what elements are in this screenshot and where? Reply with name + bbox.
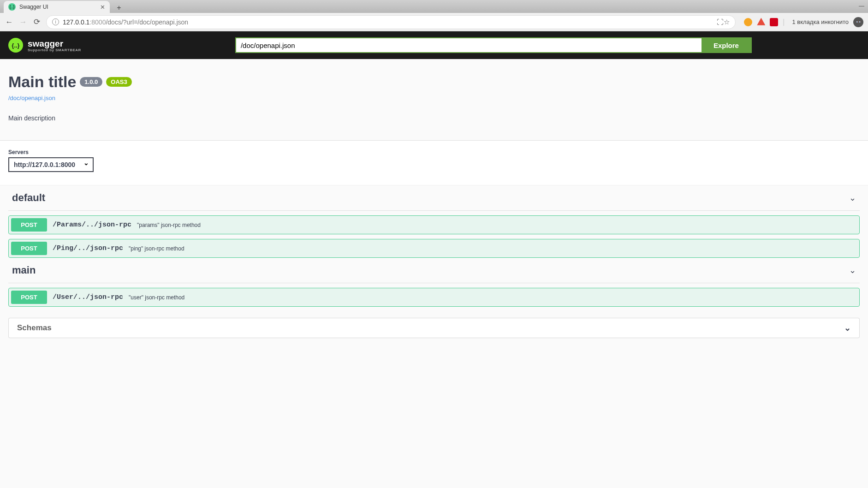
logo-text: swagger <box>28 39 81 49</box>
method-badge: POST <box>11 291 47 304</box>
spec-url-form: Explore <box>235 37 752 53</box>
extensions-area: | 1 вкладка инкогнито 👓 <box>744 17 863 27</box>
operation-block[interactable]: POST/Ping/../json-rpc"ping" json-rpc met… <box>8 239 860 258</box>
extension-icon-2[interactable] <box>757 18 765 26</box>
schemas-title: Schemas <box>17 323 52 333</box>
back-button[interactable]: ← <box>5 18 14 27</box>
tag-section: default⌄POST/Params/../json-rpc"params" … <box>0 185 868 258</box>
browser-tab-strip: {..} Swagger UI ✕ + — <box>0 0 868 13</box>
site-info-icon[interactable]: i <box>52 18 59 25</box>
extension-icon-1[interactable] <box>744 18 752 26</box>
tag-header[interactable]: default⌄ <box>8 185 860 211</box>
tag-name: default <box>12 192 45 204</box>
servers-label: Servers <box>8 149 860 155</box>
oas-badge: OAS3 <box>106 77 131 87</box>
servers-section: Servers http://127.0.0.1:8000 <box>0 141 868 185</box>
incognito-label: 1 вкладка инкогнито <box>792 18 849 25</box>
page-title: Main title <box>8 73 76 91</box>
api-description: Main description <box>8 114 860 122</box>
swagger-logo[interactable]: {..} swagger Supported by SMARTBEAR <box>8 38 81 53</box>
operation-summary: POST/Ping/../json-rpc"ping" json-rpc met… <box>9 239 859 257</box>
operation-path: /Params/../json-rpc <box>53 221 131 229</box>
swagger-favicon-icon: {..} <box>8 3 16 11</box>
separator-icon: | <box>783 18 785 26</box>
operation-path: /User/../json-rpc <box>53 293 123 301</box>
close-icon[interactable]: ✕ <box>100 4 105 11</box>
spec-link[interactable]: /doc/openapi.json <box>8 95 860 101</box>
operation-description: "ping" json-rpc method <box>129 245 184 252</box>
window-minimize-icon[interactable]: — <box>859 3 864 9</box>
url-host: 127.0.0.1 <box>63 18 89 26</box>
explore-button[interactable]: Explore <box>702 38 751 52</box>
tag-header[interactable]: main⌄ <box>8 258 860 283</box>
translate-icon[interactable]: ⛶ <box>717 18 724 26</box>
url-port: :8000 <box>89 18 106 26</box>
operation-description: "params" json-rpc method <box>137 222 201 228</box>
operation-block[interactable]: POST/User/../json-rpc"user" json-rpc met… <box>8 288 860 307</box>
url-path: /docs/?url=/doc/openapi.json <box>106 18 188 26</box>
tag-section: main⌄POST/User/../json-rpc"user" json-rp… <box>0 258 868 307</box>
swagger-topbar: {..} swagger Supported by SMARTBEAR Expl… <box>0 31 868 59</box>
operation-summary: POST/User/../json-rpc"user" json-rpc met… <box>9 288 859 306</box>
swagger-logo-icon: {..} <box>8 38 23 53</box>
logo-subtitle: Supported by SMARTBEAR <box>28 48 81 52</box>
reload-button[interactable]: ⟳ <box>32 17 42 27</box>
method-badge: POST <box>11 242 47 255</box>
forward-button[interactable]: → <box>18 18 28 27</box>
version-badge: 1.0.0 <box>80 77 102 87</box>
tab-title: Swagger UI <box>19 4 48 10</box>
operations-container: default⌄POST/Params/../json-rpc"params" … <box>0 185 868 307</box>
schemas-section[interactable]: Schemas ⌄ <box>8 318 860 338</box>
operation-path: /Ping/../json-rpc <box>53 244 123 252</box>
address-bar[interactable]: i 127.0.0.1:8000/docs/?url=/doc/openapi.… <box>46 15 736 29</box>
spec-url-input[interactable] <box>236 38 702 52</box>
window-controls: — <box>859 3 864 9</box>
servers-dropdown[interactable]: http://127.0.0.1:8000 <box>8 157 94 172</box>
operation-summary: POST/Params/../json-rpc"params" json-rpc… <box>9 216 859 234</box>
method-badge: POST <box>11 218 47 232</box>
browser-tab-active[interactable]: {..} Swagger UI ✕ <box>4 1 110 13</box>
chevron-down-icon[interactable]: ⌄ <box>849 265 856 275</box>
bookmark-star-icon[interactable]: ☆ <box>724 18 730 26</box>
operation-description: "user" json-rpc method <box>129 294 184 301</box>
extension-icon-3[interactable] <box>770 18 778 26</box>
incognito-icon[interactable]: 👓 <box>853 17 863 27</box>
browser-toolbar: ← → ⟳ i 127.0.0.1:8000/docs/?url=/doc/op… <box>0 13 868 31</box>
chevron-down-icon[interactable]: ⌄ <box>849 193 856 203</box>
new-tab-button[interactable]: + <box>113 3 125 13</box>
operation-block[interactable]: POST/Params/../json-rpc"params" json-rpc… <box>8 215 860 234</box>
tag-name: main <box>12 264 36 276</box>
info-section: Main title 1.0.0 OAS3 /doc/openapi.json … <box>0 59 868 122</box>
chevron-down-icon[interactable]: ⌄ <box>844 323 851 333</box>
